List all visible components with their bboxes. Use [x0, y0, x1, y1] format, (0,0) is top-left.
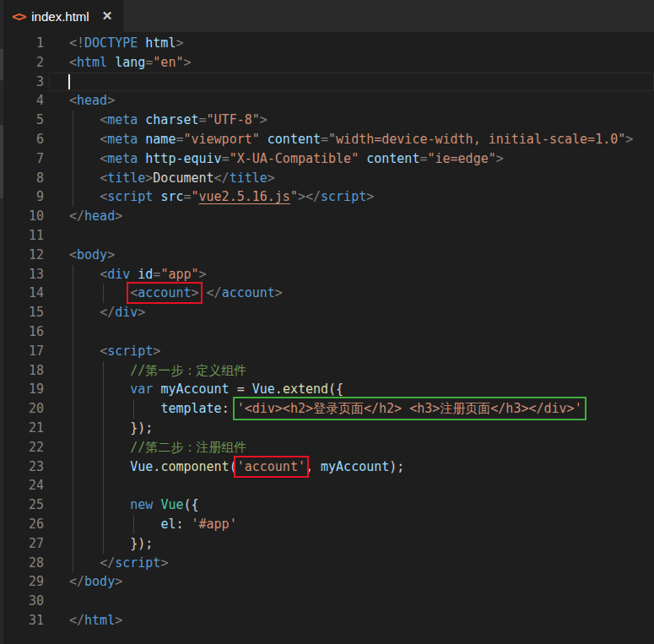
- code-token: [69, 363, 130, 378]
- code-text: <meta http-equiv="X-UA-Compatible" conte…: [69, 149, 504, 169]
- line-number[interactable]: 7: [0, 149, 44, 169]
- code-line-13[interactable]: 13 <div id="app">: [0, 265, 654, 284]
- code-editor[interactable]: 1<!DOCTYPE html>2<html lang="en">34<head…: [0, 32, 654, 630]
- code-line-2[interactable]: 2<html lang="en">: [0, 53, 654, 73]
- code-token: script: [115, 555, 160, 571]
- tab-bar: <> index.html ✕: [0, 0, 654, 32]
- code-line-30[interactable]: 30: [0, 592, 654, 611]
- code-text: </div>: [69, 303, 145, 322]
- code-token: [69, 440, 130, 455]
- code-token: </: [214, 170, 230, 186]
- code-line-9[interactable]: 9 <script src="vue2.5.16.js"></script>: [0, 187, 654, 207]
- line-number[interactable]: 16: [0, 322, 44, 342]
- line-number[interactable]: 9: [0, 187, 44, 207]
- code-line-10[interactable]: 10</head>: [0, 207, 654, 226]
- code-text: </head>: [69, 207, 122, 226]
- code-text: <!DOCTYPE html>: [69, 34, 183, 53]
- code-line-21[interactable]: 21 });: [0, 419, 654, 438]
- code-token: body: [77, 247, 107, 262]
- line-number[interactable]: 20: [0, 399, 44, 419]
- code-token: <!: [69, 35, 84, 51]
- code-token: [69, 555, 100, 571]
- code-token: [359, 151, 366, 166]
- line-number[interactable]: 28: [0, 554, 44, 573]
- code-text: <div id="app">: [69, 265, 207, 284]
- line-number[interactable]: 30: [0, 592, 44, 611]
- code-line-4[interactable]: 4<head>: [0, 91, 654, 111]
- line-number[interactable]: 25: [0, 495, 44, 515]
- code-line-5[interactable]: 5 <meta charset="UTF-8">: [0, 111, 654, 130]
- code-token: <: [100, 344, 107, 359]
- line-number[interactable]: 26: [0, 515, 44, 534]
- code-line-16[interactable]: 16: [0, 322, 654, 342]
- line-number[interactable]: 14: [0, 284, 44, 303]
- code-line-23[interactable]: 23 Vue.component('account', myAccount);: [0, 457, 654, 477]
- code-line-29[interactable]: 29</body>: [0, 572, 654, 592]
- code-line-8[interactable]: 8 <title>Document</title>: [0, 169, 654, 188]
- code-token: >: [192, 285, 199, 300]
- code-line-14[interactable]: 14 <account> </account>: [0, 284, 654, 303]
- line-number[interactable]: 23: [0, 457, 44, 477]
- code-token: [107, 55, 115, 70]
- line-number[interactable]: 11: [0, 226, 44, 246]
- line-number[interactable]: 12: [0, 246, 44, 265]
- code-token: [138, 132, 145, 147]
- code-token: =: [321, 132, 328, 147]
- code-token: html: [77, 55, 107, 70]
- code-line-3[interactable]: 3: [0, 73, 654, 92]
- code-line-20[interactable]: 20 template: '<div><h2>登录页面</h2> <h3>注册页…: [0, 399, 654, 419]
- code-text: Vue.component('account', myAccount);: [69, 457, 404, 477]
- line-number[interactable]: 4: [0, 91, 44, 111]
- code-line-15[interactable]: 15 </div>: [0, 303, 654, 322]
- line-number[interactable]: 18: [0, 361, 44, 381]
- line-number[interactable]: 19: [0, 380, 44, 399]
- code-token: Vue: [160, 497, 183, 512]
- code-text: //第一步：定义组件: [69, 361, 246, 381]
- line-number[interactable]: 10: [0, 207, 44, 226]
- line-number[interactable]: 21: [0, 419, 44, 438]
- code-line-7[interactable]: 7 <meta http-equiv="X-UA-Compatible" con…: [0, 149, 654, 169]
- code-token: "ie=edge": [427, 151, 495, 166]
- line-number[interactable]: 8: [0, 169, 44, 188]
- line-number[interactable]: 3: [0, 73, 44, 92]
- code-token: >: [275, 285, 283, 300]
- code-line-6[interactable]: 6 <meta name="viewport" content="width=d…: [0, 130, 654, 149]
- code-line-26[interactable]: 26 el: '#app': [0, 515, 654, 534]
- line-number[interactable]: 22: [0, 438, 44, 457]
- line-number[interactable]: 17: [0, 342, 44, 361]
- code-token: content: [268, 132, 321, 147]
- code-token: "UTF-8": [207, 112, 260, 127]
- line-number[interactable]: 2: [0, 53, 44, 73]
- code-line-12[interactable]: 12<body>: [0, 246, 654, 265]
- line-number[interactable]: 1: [0, 34, 44, 53]
- code-text: });: [69, 419, 153, 438]
- code-token: <: [69, 93, 77, 108]
- code-line-27[interactable]: 27 });: [0, 534, 654, 554]
- code-line-11[interactable]: 11: [0, 226, 654, 246]
- code-token: [69, 459, 130, 474]
- line-number[interactable]: 13: [0, 265, 44, 284]
- code-line-22[interactable]: 22 //第二步：注册组件: [0, 438, 654, 457]
- code-line-18[interactable]: 18 //第一步：定义组件: [0, 361, 654, 381]
- line-number[interactable]: 27: [0, 534, 44, 554]
- code-line-17[interactable]: 17 <script>: [0, 342, 654, 361]
- code-line-1[interactable]: 1<!DOCTYPE html>: [0, 34, 654, 53]
- code-line-31[interactable]: 31</html>: [0, 611, 654, 630]
- line-number[interactable]: 5: [0, 111, 44, 130]
- code-line-28[interactable]: 28 </script>: [0, 554, 654, 573]
- line-number[interactable]: 24: [0, 476, 44, 495]
- tab-close-icon[interactable]: ✕: [102, 8, 113, 24]
- tab-index-html[interactable]: <> index.html ✕: [0, 0, 123, 32]
- code-line-25[interactable]: 25 new Vue({: [0, 495, 654, 515]
- line-number[interactable]: 29: [0, 572, 44, 592]
- code-token: ({: [328, 382, 343, 397]
- code-line-24[interactable]: 24: [0, 476, 654, 495]
- line-number[interactable]: 6: [0, 130, 44, 149]
- line-number[interactable]: 31: [0, 611, 44, 630]
- code-token: [69, 305, 100, 320]
- code-line-19[interactable]: 19 var myAccount = Vue.extend({: [0, 380, 654, 399]
- code-token: :: [176, 517, 191, 532]
- code-text: <title>Document</title>: [69, 169, 275, 188]
- line-number[interactable]: 15: [0, 303, 44, 322]
- code-token: </: [100, 555, 115, 571]
